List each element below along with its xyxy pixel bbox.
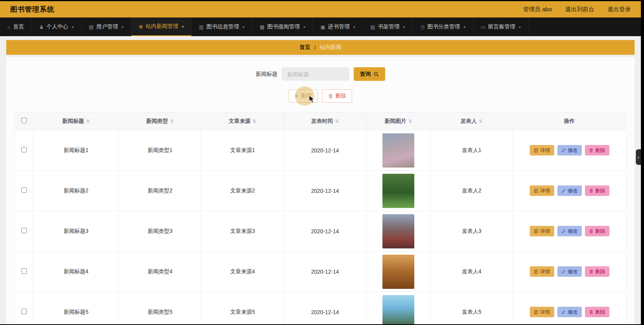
app-header: 图书管理系统 管理员 abo 退出到前台 退出登录 (0, 1, 641, 17)
cell-publisher: 发表人1 (430, 130, 513, 171)
cell-type: 新闻类型2 (119, 171, 201, 211)
row-delete-button[interactable]: 删除 (585, 185, 609, 196)
user-icon: ♟ (39, 24, 44, 30)
col-label: 文章来源 (229, 118, 251, 124)
cell-date: 2020-12-14 (284, 130, 366, 171)
nav-item-bookshelf-management[interactable]: ▨ 书架管理 ▾ (363, 17, 413, 36)
news-icon: ⊕ (139, 24, 143, 30)
trash-icon (589, 189, 593, 193)
row-delete-button[interactable]: 删除 (585, 226, 609, 236)
detail-button[interactable]: 详情 (530, 226, 554, 236)
nav-item-book-return-management[interactable]: ▣ 还书管理 ▾ (313, 17, 363, 36)
row-checkbox[interactable] (21, 268, 27, 274)
cell-source: 文章来源5 (201, 292, 284, 325)
sort-icon[interactable]: ⇅ (86, 119, 90, 124)
return-icon: ▣ (320, 24, 325, 30)
row-checkbox[interactable] (21, 228, 27, 233)
edit-label: 修改 (568, 187, 578, 194)
cell-date: 2020-12-14 (284, 171, 366, 211)
col-publisher[interactable]: 发表人⇅ (430, 112, 513, 130)
query-button[interactable]: 查询 (354, 67, 385, 81)
detail-button[interactable]: 详情 (530, 266, 554, 277)
row-delete-button[interactable]: 删除 (585, 266, 609, 277)
nav-label: 书架管理 (378, 23, 400, 30)
nav-item-book-category-management[interactable]: ◷ 图书分类管理 ▾ (413, 17, 473, 36)
nav-item-book-info-management[interactable]: ▥ 图书信息管理 ▾ (192, 17, 252, 36)
breadcrumb-home[interactable]: 首页 (300, 44, 311, 51)
nav-label: 用户管理 (96, 23, 118, 30)
row-delete-label: 删除 (595, 309, 606, 316)
col-label: 发表人 (461, 118, 477, 124)
document-icon (534, 148, 538, 153)
header-actions: 管理员 abo 退出到前台 退出登录 (523, 6, 631, 13)
breadcrumb-separator: / (314, 44, 316, 51)
book-info-icon: ▥ (199, 24, 204, 30)
page: 图书管理系统 管理员 abo 退出到前台 退出登录 ⌂ 首页 ♟ 个人中心 ▾ … (0, 1, 641, 324)
nav-item-book-borrow-management[interactable]: ▦ 图书借阅管理 ▾ (252, 17, 313, 36)
col-date[interactable]: 发表时间⇅ (284, 112, 366, 130)
select-all-checkbox[interactable] (21, 118, 27, 123)
users-icon: ▤ (89, 24, 94, 30)
row-checkbox[interactable] (21, 147, 27, 152)
chevron-down-icon: ▾ (353, 25, 355, 29)
table-row: 新闻标题5 新闻类型5 文章来源5 2020-12-14 发表人5 详情 修改 (15, 292, 626, 325)
edit-button[interactable]: 修改 (557, 226, 582, 236)
nav-item-personal-center[interactable]: ♟ 个人中心 ▾ (32, 17, 82, 36)
search-input[interactable] (282, 68, 349, 80)
header-checkbox-cell (15, 112, 33, 130)
expand-panel-handle[interactable]: › (636, 149, 641, 165)
exit-to-front-link[interactable]: 退出到前台 (565, 6, 594, 13)
add-button-label: 新增 (301, 93, 312, 100)
col-source[interactable]: 文章来源⇅ (201, 112, 284, 130)
pencil-icon (561, 310, 566, 315)
breadcrumb-current: 站内新闻 (319, 44, 341, 51)
edit-button[interactable]: 修改 (557, 145, 582, 156)
logout-link[interactable]: 退出登录 (607, 6, 631, 13)
current-user-label: 管理员 abo (523, 6, 552, 13)
edit-button[interactable]: 修改 (557, 185, 582, 196)
sort-icon[interactable]: ⇅ (253, 119, 257, 124)
detail-button[interactable]: 详情 (530, 307, 554, 317)
nav-item-site-news-management[interactable]: ⊕ 站内新闻管理 ▾ (131, 17, 192, 36)
sort-icon[interactable]: ⇅ (408, 119, 412, 124)
row-delete-button[interactable]: 删除 (585, 145, 609, 156)
edit-button[interactable]: 修改 (557, 307, 582, 317)
edit-button[interactable]: 修改 (557, 266, 582, 277)
table-header-row: 新闻标题⇅ 新闻类型⇅ 文章来源⇅ 发表时间⇅ 新闻图片⇅ 发表人⇅ 操作 (15, 112, 626, 130)
cell-title: 新闻标题4 (33, 252, 119, 292)
detail-button[interactable]: 详情 (530, 145, 554, 156)
delete-button[interactable]: 删除 (322, 89, 352, 103)
nav-item-user-management[interactable]: ▤ 用户管理 ▾ (82, 17, 131, 36)
col-label: 新闻图片 (384, 118, 406, 124)
breadcrumb: 首页 / 站内新闻 (6, 40, 635, 55)
row-checkbox[interactable] (21, 309, 27, 314)
sort-icon[interactable]: ⇅ (479, 119, 483, 124)
detail-label: 详情 (540, 268, 550, 275)
pencil-icon (561, 229, 566, 234)
chevron-down-icon: ▾ (519, 25, 521, 29)
nav-label: 留言板管理 (488, 23, 515, 30)
pencil-icon (561, 189, 566, 193)
category-icon: ◷ (420, 24, 424, 30)
cell-title: 新闻标题5 (33, 292, 119, 325)
row-checkbox[interactable] (21, 187, 27, 193)
col-label: 发表时间 (311, 118, 333, 124)
cell-source: 文章来源3 (201, 211, 284, 252)
row-delete-button[interactable]: 删除 (585, 307, 609, 317)
detail-button[interactable]: 详情 (530, 185, 554, 196)
document-icon (534, 229, 538, 234)
col-type[interactable]: 新闻类型⇅ (119, 112, 201, 130)
borrow-icon: ▦ (260, 24, 264, 30)
table-row: 新闻标题3 新闻类型3 文章来源3 2020-12-14 发表人3 详情 修改 (15, 211, 626, 252)
nav-item-home[interactable]: ⌂ 首页 (0, 17, 32, 36)
sort-icon[interactable]: ⇅ (335, 119, 339, 124)
trash-icon (589, 148, 593, 153)
sort-icon[interactable]: ⇅ (170, 119, 174, 124)
nav-item-message-board-management[interactable]: ▭ 留言板管理 ▾ (473, 17, 529, 36)
news-image (382, 214, 414, 248)
shelf-icon: ▨ (370, 24, 375, 30)
search-label: 新闻标题 (256, 71, 277, 78)
col-title[interactable]: 新闻标题⇅ (33, 112, 119, 130)
add-button[interactable]: + 新增 (289, 89, 317, 103)
col-image[interactable]: 新闻图片⇅ (366, 112, 430, 130)
